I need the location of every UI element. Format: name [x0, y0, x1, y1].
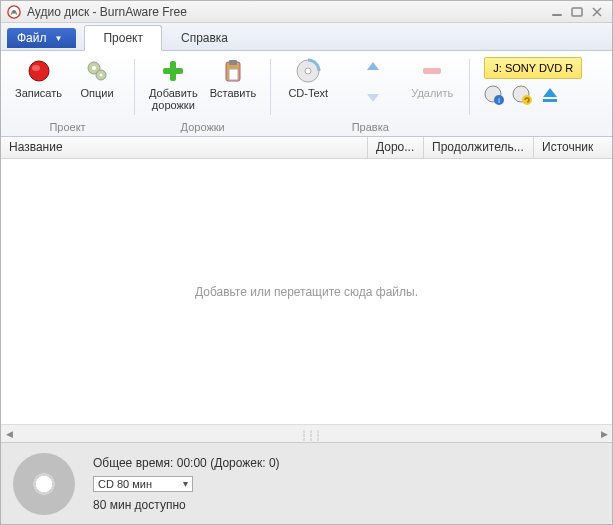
svg-point-1 — [12, 10, 16, 14]
disc-type-select[interactable]: CD 80 мин — [93, 476, 193, 492]
options-label: Опции — [80, 87, 113, 99]
chevron-down-icon: ▼ — [55, 34, 63, 43]
svg-point-8 — [92, 66, 96, 70]
add-tracks-label: Добавить дорожки — [149, 87, 198, 111]
scroll-left-icon[interactable]: ◀ — [1, 426, 17, 442]
svg-rect-18 — [423, 68, 441, 74]
record-icon — [25, 57, 53, 85]
file-menu-label: Файл — [17, 31, 47, 45]
svg-rect-14 — [229, 60, 237, 65]
disc-graphic-icon — [13, 453, 75, 515]
add-tracks-button[interactable]: Добавить дорожки — [143, 53, 204, 119]
track-list-empty[interactable]: Добавьте или перетащите сюда файлы. — [1, 159, 612, 424]
minus-icon — [418, 57, 446, 85]
paste-label: Вставить — [210, 87, 257, 99]
ribbon-separator — [270, 59, 271, 115]
cdtext-label: CD-Text — [288, 87, 328, 99]
ribbon: Записать Опции Проект Добавить дорожки В… — [1, 51, 612, 137]
horizontal-scrollbar[interactable]: ◀ ┆┆┆ ▶ — [1, 424, 612, 442]
disc-info-icon[interactable]: i — [484, 85, 504, 105]
status-footer: Общее время: 00:00 (Дорожек: 0) CD 80 ми… — [1, 442, 612, 524]
empty-hint: Добавьте или перетащите сюда файлы. — [195, 285, 418, 299]
svg-point-17 — [305, 68, 311, 74]
column-headers: Название Доро... Продолжитель... Источни… — [1, 137, 612, 159]
disc-refresh-icon[interactable] — [512, 85, 532, 105]
ribbon-group-edit: Правка — [279, 119, 461, 136]
app-logo-icon — [7, 5, 21, 19]
gear-icon — [83, 57, 111, 85]
header-track[interactable]: Доро... — [368, 137, 424, 158]
eject-icon[interactable] — [540, 85, 560, 105]
cdtext-button[interactable]: CD-Text — [279, 53, 337, 119]
tab-bar: Файл ▼ Проект Справка — [1, 23, 612, 51]
grip-icon: ┆┆┆ — [301, 430, 322, 441]
scroll-right-icon[interactable]: ▶ — [596, 426, 612, 442]
ribbon-group-project: Проект — [9, 119, 126, 136]
total-time-label: Общее время: 00:00 (Дорожек: 0) — [93, 456, 280, 470]
svg-point-10 — [100, 74, 103, 77]
scroll-track[interactable]: ┆┆┆ — [17, 428, 596, 440]
ribbon-separator — [134, 59, 135, 115]
window-title: Аудио диск - BurnAware Free — [27, 5, 546, 19]
burn-button[interactable]: Записать — [9, 53, 68, 119]
titlebar: Аудио диск - BurnAware Free — [1, 1, 612, 23]
svg-point-6 — [32, 65, 40, 71]
drive-selector[interactable]: J: SONY DVD R — [484, 57, 582, 79]
delete-button[interactable]: Удалить — [403, 53, 461, 119]
ribbon-separator — [469, 59, 470, 115]
svg-rect-24 — [543, 99, 557, 102]
svg-rect-15 — [229, 69, 238, 80]
move-down-button[interactable] — [343, 83, 403, 109]
ribbon-group-tracks: Дорожки — [143, 119, 262, 136]
svg-point-23 — [522, 95, 532, 105]
header-duration[interactable]: Продолжитель... — [424, 137, 534, 158]
svg-rect-12 — [163, 68, 183, 74]
header-source[interactable]: Источник — [534, 137, 612, 158]
maximize-button[interactable] — [568, 5, 586, 19]
delete-label: Удалить — [411, 87, 453, 99]
move-up-button[interactable] — [343, 55, 403, 81]
svg-rect-3 — [572, 8, 582, 16]
disc-icon — [294, 57, 322, 85]
available-label: 80 мин доступно — [93, 498, 280, 512]
tab-help[interactable]: Справка — [162, 25, 247, 50]
plus-icon — [159, 57, 187, 85]
header-name[interactable]: Название — [1, 137, 368, 158]
paste-button[interactable]: Вставить — [204, 53, 263, 119]
clipboard-icon — [219, 57, 247, 85]
tab-project[interactable]: Проект — [84, 25, 162, 51]
file-menu-button[interactable]: Файл ▼ — [7, 28, 76, 48]
minimize-button[interactable] — [548, 5, 566, 19]
options-button[interactable]: Опции — [68, 53, 126, 119]
close-button[interactable] — [588, 5, 606, 19]
svg-rect-2 — [552, 14, 562, 16]
burn-label: Записать — [15, 87, 62, 99]
